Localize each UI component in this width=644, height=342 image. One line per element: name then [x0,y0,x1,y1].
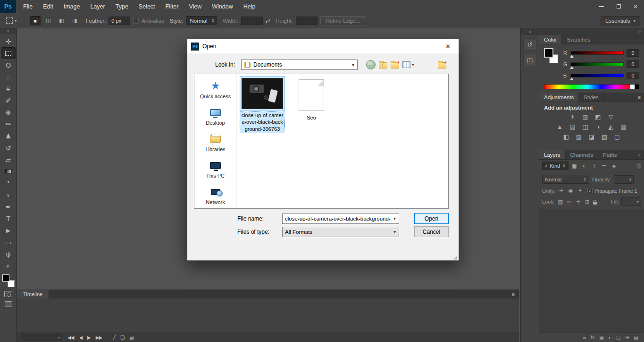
propagate-frame-checkbox[interactable]: ✓ Propagate Frame 1 [587,188,637,194]
files-of-type-select[interactable]: All Formats ▾ [282,227,399,237]
tab-adjustments[interactable]: Adjustments [539,93,579,102]
slider-thumb[interactable] [570,66,574,69]
play-icon[interactable]: ▶ [87,335,91,340]
workspace-select[interactable]: Essentials ▾ [601,16,640,26]
properties-panel-button[interactable]: ◫ [523,54,536,66]
file-item-seo[interactable]: Seo [287,77,336,121]
expand-panels-icon[interactable]: « [521,28,539,35]
favorites-button[interactable]: ★ [438,61,446,68]
tab-timeline[interactable]: Timeline [17,290,49,299]
delete-frame-icon[interactable]: ▤ [129,335,133,340]
type-tool[interactable]: T [1,213,16,224]
lock-position-icon[interactable]: ✛ [575,198,581,205]
blend-mode-select[interactable]: Normal ⇕ [542,175,589,184]
add-selection-button[interactable]: ◫ [43,16,54,26]
open-button[interactable]: Open [414,213,449,224]
sidebar-item-this-pc[interactable]: This PC [206,159,225,179]
blue-slider[interactable] [570,74,624,77]
red-value[interactable]: 0 [627,49,639,57]
menu-layer[interactable]: Layer [85,0,110,13]
fill-select[interactable]: ▾ [621,197,641,206]
menu-edit[interactable]: Edit [38,0,59,13]
tab-layers[interactable]: Layers [539,150,566,159]
next-frame-icon[interactable]: ▶▶ [96,335,102,340]
shape-layer-filter-icon[interactable]: ▭ [600,162,608,170]
menu-view[interactable]: View [184,0,207,13]
tween-icon[interactable]: ╱ [113,335,115,340]
invert-icon[interactable]: ◧ [562,133,570,140]
layer-effects-icon[interactable]: fx [591,335,594,340]
new-folder-button[interactable]: ✦ [391,62,399,68]
color-spectrum-ramp[interactable] [544,84,630,89]
first-frame-icon[interactable]: ◀◀ [67,335,74,340]
sidebar-item-libraries[interactable]: Libraries [205,133,225,152]
rectangular-marquee-tool[interactable] [1,47,16,59]
menu-help[interactable]: Help [238,0,261,13]
cancel-button[interactable]: Cancel [414,226,449,237]
back-button[interactable]: ← [366,60,376,69]
height-input[interactable] [296,17,318,25]
sidebar-item-network[interactable]: Network [206,186,225,205]
swap-dimensions-icon[interactable]: ⇄ [266,17,270,24]
menu-file[interactable]: File [18,0,38,13]
look-in-select[interactable]: Documents ▾ [241,60,358,70]
link-layers-icon[interactable]: ∞ [583,335,586,340]
black-white-icon[interactable]: ◑ [594,123,602,130]
filter-kind-select[interactable]: ⌕ Kind ⇕ [542,162,569,170]
quick-mask-button[interactable] [4,291,12,297]
path-selection-tool[interactable]: ► [1,224,16,236]
layers-panel-menu-icon[interactable]: ≡ [638,150,644,159]
vibrance-icon[interactable]: ▲ [556,123,564,130]
tab-swatches[interactable]: Swatches [562,35,595,44]
opacity-select[interactable]: ▾ [614,175,634,184]
close-button[interactable]: ✕ [627,0,644,13]
foreground-color-swatch[interactable] [544,48,553,58]
panel-color-swatches[interactable] [544,48,559,66]
lock-all-icon[interactable] [593,202,597,205]
delete-layer-icon[interactable]: ▤ [634,335,638,340]
sidebar-item-desktop[interactable]: Desktop [206,106,225,126]
duplicate-frame-icon[interactable]: ❏ [120,335,124,340]
dialog-titlebar[interactable]: Ps Open ✕ [187,39,459,53]
eyedropper-tool[interactable]: ✐ [1,94,16,106]
history-panel-button[interactable]: ↺ [523,38,536,51]
green-slider[interactable] [570,62,624,66]
crop-tool[interactable]: # [1,83,16,94]
minimize-button[interactable] [593,0,610,13]
previous-frame-icon[interactable]: ◀ [79,335,82,340]
layer-group-icon[interactable]: ▢ [616,335,620,340]
blur-tool[interactable]: ❜ [1,177,16,189]
color-balance-icon[interactable]: ◫ [581,123,589,130]
dodge-tool[interactable]: ♀ [1,189,16,201]
lock-transparency-icon[interactable]: ▨ [557,198,563,205]
view-menu-button[interactable]: ▾ [402,61,414,68]
photo-filter-icon[interactable]: ◭ [607,123,615,130]
width-input[interactable] [241,17,263,25]
hue-saturation-icon[interactable]: ▤ [569,123,577,130]
lock-pixels-icon[interactable]: ✏ [566,198,572,205]
filtering-toggle[interactable] [637,162,641,169]
channel-mixer-icon[interactable]: ▦ [619,123,627,130]
pixel-layer-filter-icon[interactable]: ▣ [570,162,578,170]
restore-button[interactable] [610,0,627,13]
curves-icon[interactable]: ◩ [594,113,602,120]
dialog-close-button[interactable]: ✕ [437,39,459,53]
menu-type[interactable]: Type [110,0,134,13]
adjustment-layer-icon[interactable]: ◐ [609,335,611,340]
frame-delay-select[interactable]: ▾ [22,334,62,341]
history-brush-tool[interactable]: ↺ [1,142,16,154]
threshold-icon[interactable]: ◪ [588,133,596,140]
rectangle-tool[interactable]: ▭ [1,236,16,248]
intersect-selection-button[interactable]: ◨ [70,16,80,26]
menu-image[interactable]: Image [59,0,85,13]
subtract-selection-button[interactable]: ◧ [57,16,67,26]
unify-style-icon[interactable]: ✦ [577,187,584,194]
tab-paths[interactable]: Paths [598,150,622,159]
sidebar-item-quick-access[interactable]: ★ Quick access [200,80,231,99]
menu-filter[interactable]: Filter [160,0,184,13]
brush-tool[interactable]: ✏ [1,118,16,130]
brightness-contrast-icon[interactable]: ☀ [569,113,577,120]
color-panel-menu-icon[interactable]: ≡ [638,35,644,44]
posterize-icon[interactable]: ▨ [575,133,583,140]
clone-stamp-tool[interactable]: ♟ [1,130,16,142]
